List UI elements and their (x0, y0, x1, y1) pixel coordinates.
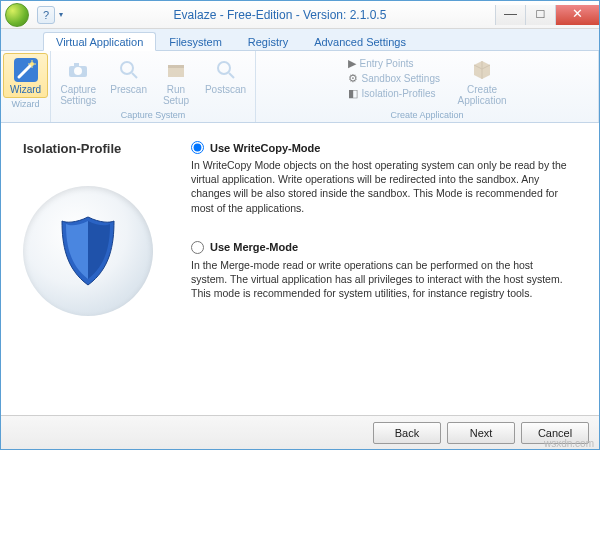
svg-point-1 (30, 62, 34, 66)
app-orb-icon[interactable] (5, 3, 29, 27)
minimize-button[interactable]: — (495, 5, 525, 25)
writecopy-radio[interactable] (191, 141, 204, 154)
help-button[interactable]: ? (37, 6, 55, 24)
shield-graphic (23, 186, 153, 316)
sandbox-settings-button[interactable]: Sandbox Settings (362, 73, 440, 84)
back-button[interactable]: Back (373, 422, 441, 444)
ribbon-group-wizard: Wizard Wizard (1, 51, 51, 122)
shield-icon (58, 215, 118, 287)
ribbon-tabstrip: Virtual Application Filesystem Registry … (1, 29, 599, 51)
app-window: ? ▾ Evalaze - Free-Edition - Version: 2.… (0, 0, 600, 450)
watermark: wsxdn.com (544, 438, 594, 449)
entry-points-button[interactable]: Entry Points (360, 58, 414, 69)
wizard-button[interactable]: Wizard (3, 53, 48, 98)
svg-point-3 (74, 67, 82, 75)
postscan-button[interactable]: Postscan (198, 53, 253, 109)
camera-icon (64, 56, 92, 84)
merge-option[interactable]: Use Merge-Mode (191, 241, 577, 254)
settings-stack: ▶Entry Points ⚙Sandbox Settings ◧Isolati… (341, 53, 451, 109)
titlebar: ? ▾ Evalaze - Free-Edition - Version: 2.… (1, 1, 599, 29)
merge-radio[interactable] (191, 241, 204, 254)
prescan-button[interactable]: Prescan (103, 53, 154, 109)
ribbon: Wizard Wizard CaptureSettings Prescan Ru… (1, 51, 599, 123)
writecopy-description: In WriteCopy Mode objects on the host op… (191, 158, 577, 215)
writecopy-option[interactable]: Use WriteCopy-Mode (191, 141, 577, 154)
gear-icon: ⚙ (348, 72, 358, 85)
svg-point-8 (218, 62, 230, 74)
create-application-button[interactable]: CreateApplication (451, 53, 514, 109)
box-icon (162, 56, 190, 84)
tab-advanced-settings[interactable]: Advanced Settings (301, 32, 419, 50)
merge-description: In the Merge-mode read or write operatio… (191, 258, 577, 301)
next-button[interactable]: Next (447, 422, 515, 444)
capture-settings-button[interactable]: CaptureSettings (53, 53, 103, 109)
svg-rect-7 (168, 65, 184, 68)
ribbon-group-capture: CaptureSettings Prescan RunSetup Postsca… (51, 51, 256, 122)
entry-points-icon: ▶ (348, 57, 356, 70)
svg-rect-4 (74, 63, 79, 67)
wand-icon (12, 56, 40, 84)
run-setup-button[interactable]: RunSetup (154, 53, 198, 109)
ribbon-group-create: ▶Entry Points ⚙Sandbox Settings ◧Isolati… (256, 51, 599, 122)
magnifier-icon (115, 56, 143, 84)
close-button[interactable]: ✕ (555, 5, 599, 25)
tab-virtual-application[interactable]: Virtual Application (43, 32, 156, 51)
tab-filesystem[interactable]: Filesystem (156, 32, 235, 50)
tab-registry[interactable]: Registry (235, 32, 301, 50)
window-title: Evalaze - Free-Edition - Version: 2.1.0.… (65, 8, 495, 22)
profiles-icon: ◧ (348, 87, 358, 100)
package-icon (468, 56, 496, 84)
svg-point-5 (121, 62, 133, 74)
footer: Back Next Cancel (1, 415, 599, 449)
qat-dropdown-icon[interactable]: ▾ (57, 10, 65, 19)
maximize-button[interactable]: □ (525, 5, 555, 25)
isolation-profiles-button[interactable]: Isolation-Profiles (362, 88, 436, 99)
content-area: Isolation-Profile Use WriteCopy-Mode In … (1, 123, 599, 415)
magnifier-icon (212, 56, 240, 84)
page-heading: Isolation-Profile (23, 141, 183, 156)
